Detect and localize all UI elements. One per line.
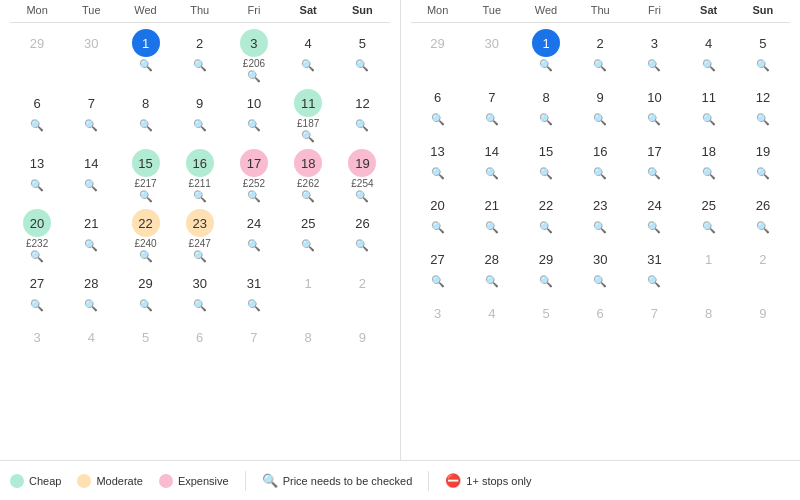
- search-icon[interactable]: 🔍: [247, 299, 261, 312]
- search-icon[interactable]: 🔍: [702, 59, 716, 72]
- search-icon[interactable]: 🔍: [355, 190, 369, 203]
- search-icon[interactable]: 🔍: [647, 167, 661, 180]
- search-icon[interactable]: 🔍: [139, 59, 153, 72]
- day-number: 7: [651, 307, 658, 320]
- day-cell: 2🔍: [573, 25, 627, 79]
- search-icon[interactable]: 🔍: [301, 239, 315, 252]
- day-number: 13: [430, 145, 444, 158]
- search-icon[interactable]: 🔍: [485, 275, 499, 288]
- search-icon[interactable]: 🔍: [539, 113, 553, 126]
- day-cell: 30: [64, 25, 118, 85]
- search-icon[interactable]: 🔍: [647, 113, 661, 126]
- day-cell: 23🔍: [573, 187, 627, 241]
- search-icon[interactable]: 🔍: [247, 119, 261, 132]
- search-icon[interactable]: 🔍: [485, 167, 499, 180]
- day-cell: 2🔍: [173, 25, 227, 85]
- day-number: 8: [142, 97, 149, 110]
- day-number: 22: [539, 199, 553, 212]
- search-icon[interactable]: 🔍: [30, 299, 44, 312]
- day-number: 9: [359, 331, 366, 344]
- search-icon[interactable]: 🔍: [593, 113, 607, 126]
- search-icon[interactable]: 🔍: [431, 167, 445, 180]
- day-cell: 9: [736, 295, 790, 349]
- search-icon[interactable]: 🔍: [84, 239, 98, 252]
- day-cell: 10🔍: [627, 79, 681, 133]
- price-text: £232: [26, 238, 48, 249]
- search-icon[interactable]: 🔍: [355, 119, 369, 132]
- search-icon[interactable]: 🔍: [702, 167, 716, 180]
- day-cell: 5: [519, 295, 573, 349]
- search-icon[interactable]: 🔍: [431, 221, 445, 234]
- search-icon[interactable]: 🔍: [139, 250, 153, 263]
- search-icon[interactable]: 🔍: [539, 59, 553, 72]
- day-cell: 16🔍: [573, 133, 627, 187]
- search-icon[interactable]: 🔍: [355, 59, 369, 72]
- search-icon[interactable]: 🔍: [539, 167, 553, 180]
- day-cell: 30🔍: [573, 241, 627, 295]
- search-icon[interactable]: 🔍: [593, 59, 607, 72]
- search-icon[interactable]: 🔍: [355, 239, 369, 252]
- search-icon[interactable]: 🔍: [301, 59, 315, 72]
- search-icon[interactable]: 🔍: [431, 275, 445, 288]
- search-icon[interactable]: 🔍: [84, 179, 98, 192]
- search-icon[interactable]: 🔍: [647, 59, 661, 72]
- day-number: 9: [759, 307, 766, 320]
- search-icon[interactable]: 🔍: [301, 130, 315, 143]
- day-cell: 7🔍: [465, 79, 519, 133]
- day-cell: 7🔍: [64, 85, 118, 145]
- search-icon[interactable]: 🔍: [485, 221, 499, 234]
- search-icon[interactable]: 🔍: [30, 250, 44, 263]
- search-icon[interactable]: 🔍: [139, 119, 153, 132]
- day-header-sun: Sun: [335, 2, 389, 18]
- search-icon[interactable]: 🔍: [193, 190, 207, 203]
- search-icon[interactable]: 🔍: [702, 113, 716, 126]
- day-cell: 9🔍: [573, 79, 627, 133]
- search-icon[interactable]: 🔍: [30, 119, 44, 132]
- search-icon[interactable]: 🔍: [756, 167, 770, 180]
- day-cell: 3: [10, 319, 64, 373]
- legend-cheap: Cheap: [10, 474, 61, 488]
- day-number: 19: [756, 145, 770, 158]
- search-icon[interactable]: 🔍: [193, 119, 207, 132]
- search-icon[interactable]: 🔍: [139, 190, 153, 203]
- search-icon[interactable]: 🔍: [539, 275, 553, 288]
- search-icon[interactable]: 🔍: [431, 113, 445, 126]
- calendars-wrapper: MonTueWedThuFriSatSun29301🔍2🔍3£206🔍4🔍5🔍6…: [0, 0, 800, 460]
- search-icon[interactable]: 🔍: [247, 70, 261, 83]
- day-number: 4: [705, 37, 712, 50]
- search-icon[interactable]: 🔍: [193, 59, 207, 72]
- day-cell: 12🔍: [736, 79, 790, 133]
- price-text: £211: [189, 178, 211, 189]
- search-icon[interactable]: 🔍: [84, 299, 98, 312]
- search-icon[interactable]: 🔍: [84, 119, 98, 132]
- search-icon[interactable]: 🔍: [647, 221, 661, 234]
- search-icon[interactable]: 🔍: [647, 275, 661, 288]
- search-icon[interactable]: 🔍: [301, 190, 315, 203]
- day-number: 6: [33, 97, 40, 110]
- search-icon[interactable]: 🔍: [756, 221, 770, 234]
- day-cell: 4: [465, 295, 519, 349]
- search-icon[interactable]: 🔍: [593, 167, 607, 180]
- search-icon[interactable]: 🔍: [756, 113, 770, 126]
- search-icon-legend: 🔍: [262, 473, 278, 488]
- search-icon[interactable]: 🔍: [485, 113, 499, 126]
- day-cell: 13🔍: [411, 133, 465, 187]
- search-icon[interactable]: 🔍: [193, 299, 207, 312]
- search-icon[interactable]: 🔍: [539, 221, 553, 234]
- calendar-divider: [400, 0, 401, 460]
- search-icon[interactable]: 🔍: [139, 299, 153, 312]
- day-number: 23: [593, 199, 607, 212]
- day-cell: 3£206🔍: [227, 25, 281, 85]
- search-icon[interactable]: 🔍: [756, 59, 770, 72]
- search-icon[interactable]: 🔍: [247, 239, 261, 252]
- search-icon[interactable]: 🔍: [593, 275, 607, 288]
- search-icon[interactable]: 🔍: [702, 221, 716, 234]
- day-cell: 12🔍: [335, 85, 389, 145]
- search-icon[interactable]: 🔍: [30, 179, 44, 192]
- search-icon[interactable]: 🔍: [193, 250, 207, 263]
- day-cell: 1🔍: [118, 25, 172, 85]
- day-number: 4: [88, 331, 95, 344]
- day-cell: 6: [573, 295, 627, 349]
- search-icon[interactable]: 🔍: [593, 221, 607, 234]
- search-icon[interactable]: 🔍: [247, 190, 261, 203]
